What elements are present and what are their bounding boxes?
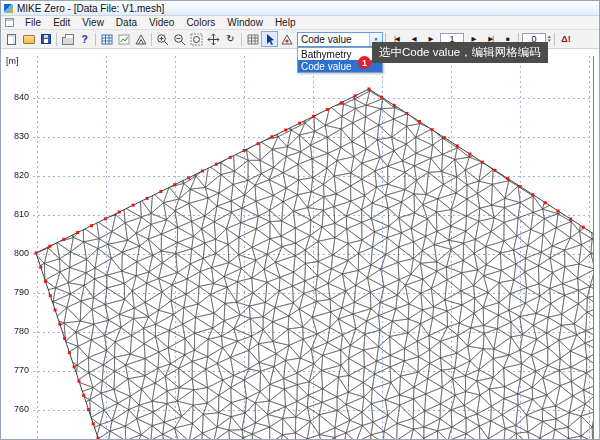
select-node-button[interactable] xyxy=(261,31,278,47)
menu-file[interactable]: File xyxy=(19,16,47,29)
open-file-button[interactable] xyxy=(20,31,37,47)
toolbar-separator xyxy=(241,33,242,46)
mesh-view-button[interactable] xyxy=(132,31,149,47)
menu-video[interactable]: Video xyxy=(143,16,180,29)
combobox-value: Code value xyxy=(298,34,369,45)
print-button[interactable] xyxy=(59,31,76,47)
step-badge: 1 xyxy=(358,56,371,69)
menu-view[interactable]: View xyxy=(76,16,110,29)
toolbar-separator xyxy=(56,33,57,46)
grid-icon xyxy=(247,34,259,45)
menu-data[interactable]: Data xyxy=(110,16,143,29)
new-file-button[interactable] xyxy=(3,31,20,47)
open-folder-icon xyxy=(23,35,35,44)
menu-colors[interactable]: Colors xyxy=(180,16,221,29)
zoom-extent-icon xyxy=(190,33,203,46)
app-window: MIKE Zero - [Data File: V1.mesh] File Ed… xyxy=(0,0,600,440)
toolbar-separator xyxy=(554,33,555,46)
help-icon: ? xyxy=(81,34,88,45)
new-file-icon xyxy=(7,34,16,45)
grid-toggle-button[interactable] xyxy=(244,31,261,47)
menu-edit[interactable]: Edit xyxy=(47,16,76,29)
printer-icon xyxy=(62,37,74,45)
zoom-out-button[interactable] xyxy=(171,31,188,47)
table-icon xyxy=(101,34,113,45)
save-button[interactable] xyxy=(37,31,54,47)
delta-warning-icon: Δ! xyxy=(561,35,570,44)
chart-view-button[interactable] xyxy=(115,31,132,47)
mesh-canvas-area: [m] xyxy=(1,49,600,440)
pan-button[interactable] xyxy=(205,31,222,47)
pan-move-icon xyxy=(207,33,220,46)
mesh-plot-canvas[interactable] xyxy=(1,49,600,440)
zoom-in-button[interactable] xyxy=(154,31,171,47)
refresh-icon: ↻ xyxy=(226,34,234,44)
zoom-extent-button[interactable] xyxy=(188,31,205,47)
toolbar-separator xyxy=(151,33,152,46)
mesh-icon xyxy=(135,34,147,45)
title-bar: MIKE Zero - [Data File: V1.mesh] xyxy=(1,1,599,16)
axis-unit-label: [m] xyxy=(6,56,19,66)
delta-warning-button[interactable]: Δ! xyxy=(557,31,574,47)
help-button[interactable]: ? xyxy=(76,31,93,47)
save-floppy-icon xyxy=(41,34,51,44)
app-logo-icon xyxy=(4,4,13,13)
table-view-button[interactable] xyxy=(98,31,115,47)
document-icon xyxy=(5,18,14,27)
edit-mesh-button[interactable] xyxy=(278,31,295,47)
zoom-out-icon xyxy=(173,33,186,46)
instruction-tooltip: 选中Code value，编辑网格编码 xyxy=(372,42,548,63)
edit-node-icon xyxy=(281,34,293,45)
zoom-in-icon xyxy=(156,33,169,46)
value-type-combobox[interactable]: Code value ▼ xyxy=(297,32,383,47)
menu-help[interactable]: Help xyxy=(269,16,302,29)
menu-bar: File Edit View Data Video Colors Window … xyxy=(1,16,599,30)
cursor-arrow-icon xyxy=(264,33,275,45)
window-title: MIKE Zero - [Data File: V1.mesh] xyxy=(17,3,164,14)
toolbar-separator xyxy=(95,33,96,46)
chart-icon xyxy=(118,34,130,45)
refresh-button[interactable]: ↻ xyxy=(222,31,239,47)
menu-window[interactable]: Window xyxy=(221,16,269,29)
